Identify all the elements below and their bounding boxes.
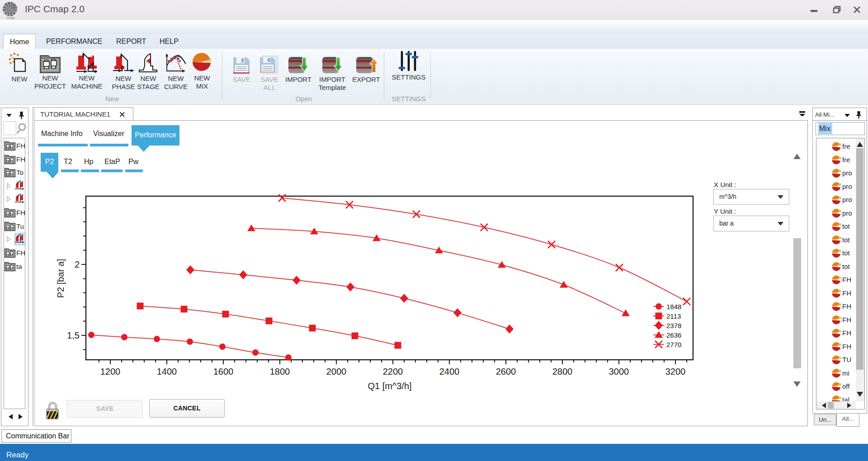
svg-text:FH: FH	[842, 289, 851, 297]
svg-text:2636: 2636	[666, 331, 681, 339]
svg-text:3000: 3000	[609, 367, 629, 376]
svg-text:mi: mi	[842, 369, 849, 377]
svg-text:2600: 2600	[496, 367, 516, 376]
svg-text:2: 2	[75, 259, 80, 269]
svg-text:tot: tot	[842, 222, 850, 230]
svg-text:2000: 2000	[326, 367, 347, 376]
svg-text:TU: TU	[842, 356, 851, 363]
svg-text:FH: FH	[842, 343, 851, 350]
svg-text:1200: 1200	[100, 367, 121, 376]
svg-text:2200: 2200	[383, 367, 403, 376]
svg-text:FH: FH	[842, 329, 851, 337]
svg-text:2113: 2113	[666, 312, 681, 320]
svg-text:2800: 2800	[552, 367, 573, 376]
svg-text:FH: FH	[842, 316, 851, 324]
svg-text:FH: FH	[842, 276, 851, 283]
svg-text:P2 [bar a]: P2 [bar a]	[56, 259, 66, 298]
svg-text:2770: 2770	[666, 341, 681, 348]
svg-text:tot: tot	[842, 249, 850, 257]
svg-text:1848: 1848	[666, 303, 681, 310]
svg-text:pro: pro	[842, 169, 852, 177]
svg-text:pro: pro	[842, 183, 852, 190]
svg-text:3200: 3200	[665, 367, 686, 376]
svg-text:2378: 2378	[666, 322, 681, 329]
svg-text:2400: 2400	[439, 367, 460, 376]
svg-text:1400: 1400	[157, 367, 177, 376]
svg-text:1800: 1800	[270, 367, 290, 376]
svg-text:FH: FH	[842, 302, 851, 310]
svg-text:pro: pro	[842, 196, 852, 203]
svg-text:1,5: 1,5	[67, 330, 80, 340]
svg-text:fre: fre	[842, 156, 850, 164]
svg-text:off: off	[842, 382, 850, 390]
svg-text:tot: tot	[842, 236, 850, 244]
svg-text:fre: fre	[842, 142, 850, 150]
svg-text:Q1 [m^3/h]: Q1 [m^3/h]	[368, 381, 411, 391]
svg-text:tot: tot	[842, 263, 850, 270]
svg-text:pro: pro	[842, 209, 852, 217]
svg-text:1600: 1600	[213, 367, 234, 376]
